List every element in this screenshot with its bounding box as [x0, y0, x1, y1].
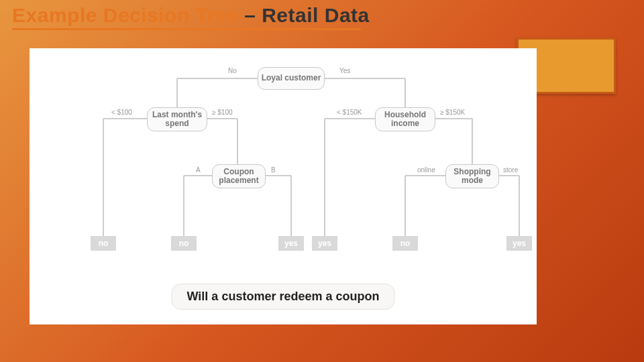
diagram-panel: Loyal customer No Yes Last month's spend… [30, 48, 537, 324]
leaf-spend-no: no [91, 236, 116, 251]
decision-tree: Loyal customer No Yes Last month's spend… [30, 48, 537, 324]
edge-root-no: No [228, 67, 237, 74]
node-coupon: Coupon placement [212, 164, 266, 188]
node-mode: Shopping mode [445, 164, 499, 188]
title-sep: – [244, 4, 262, 26]
edge-root-yes: Yes [339, 67, 350, 74]
node-spend: Last month's spend [147, 107, 207, 131]
edge-spend-lt100: < $100 [111, 109, 132, 116]
leaf-coupon-b-yes: yes [278, 236, 304, 251]
node-income: Household income [375, 107, 435, 131]
title-block: Example Decision Tree – Retail Data [12, 4, 370, 30]
slide-title: Example Decision Tree – Retail Data [12, 4, 370, 27]
edge-spend-ge100: ≥ $100 [212, 109, 233, 116]
edge-income-ge150k: ≥ $150K [440, 109, 465, 116]
node-root: Loyal customer [258, 67, 325, 90]
leaf-income-yes: yes [312, 236, 337, 251]
leaf-mode-online-no: no [392, 236, 418, 251]
edge-coupon-b: B [271, 166, 276, 174]
diagram-caption: Will a customer redeem a coupon [172, 284, 395, 310]
title-tail: Retail Data [262, 4, 370, 26]
title-main: Example Decision Tree [12, 4, 244, 26]
edge-mode-store: store [503, 166, 518, 174]
edge-coupon-a: A [196, 166, 201, 174]
leaf-mode-store-yes: yes [506, 236, 532, 251]
edge-mode-online: online [417, 166, 435, 174]
leaf-coupon-a-no: no [171, 236, 197, 251]
slide: Example Decision Tree – Retail Data [0, 0, 644, 362]
edge-income-lt150k: < $150K [337, 109, 362, 116]
title-rule [12, 28, 361, 30]
